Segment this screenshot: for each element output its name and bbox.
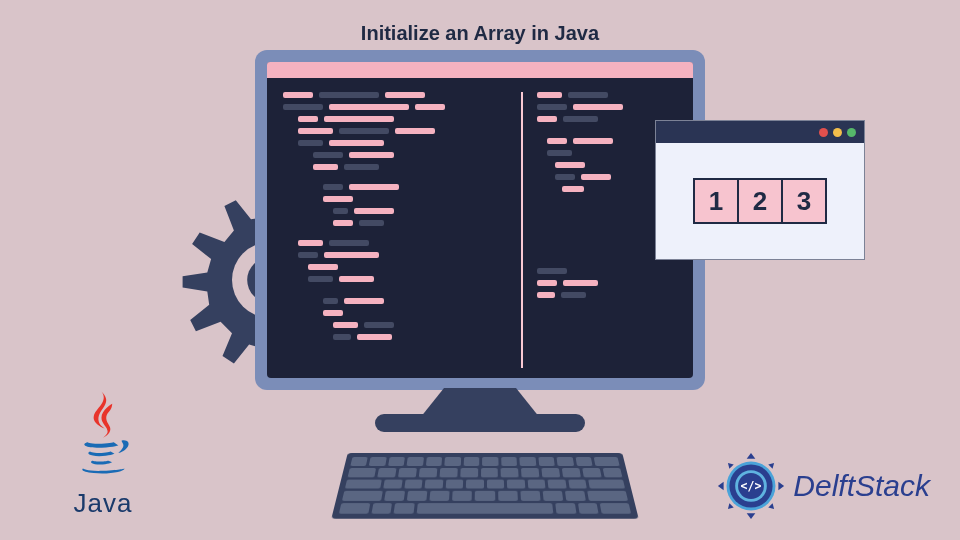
array-cell: 1	[693, 178, 739, 224]
monitor-base	[375, 414, 585, 432]
minimize-icon	[833, 128, 842, 137]
java-logo: Java	[38, 390, 168, 519]
array-visual: 1 2 3	[656, 143, 864, 259]
close-icon	[819, 128, 828, 137]
keyboard-illustration	[331, 453, 638, 519]
delftstack-logo: </> DelftStack	[715, 450, 930, 522]
monitor-illustration	[255, 50, 705, 390]
array-popup-window: 1 2 3	[655, 120, 865, 260]
code-pane-left	[283, 92, 507, 368]
svg-text:</>: </>	[741, 479, 762, 493]
array-cell: 2	[737, 178, 783, 224]
java-logo-text: Java	[38, 488, 168, 519]
delftstack-badge-icon: </>	[715, 450, 787, 522]
page-title: Initialize an Array in Java	[0, 22, 960, 45]
popup-titlebar	[656, 121, 864, 143]
maximize-icon	[847, 128, 856, 137]
array-cell: 3	[781, 178, 827, 224]
delftstack-logo-text: DelftStack	[793, 469, 930, 503]
